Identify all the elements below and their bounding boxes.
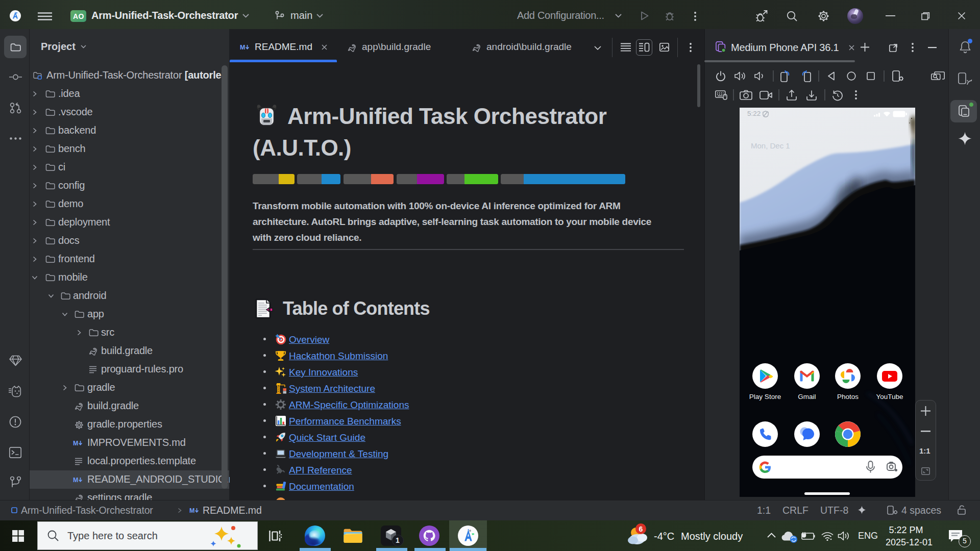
svg-text:M: M: [189, 507, 194, 514]
svg-text:M: M: [240, 44, 245, 51]
svg-text:M: M: [73, 477, 78, 484]
svg-text:M: M: [73, 440, 78, 447]
